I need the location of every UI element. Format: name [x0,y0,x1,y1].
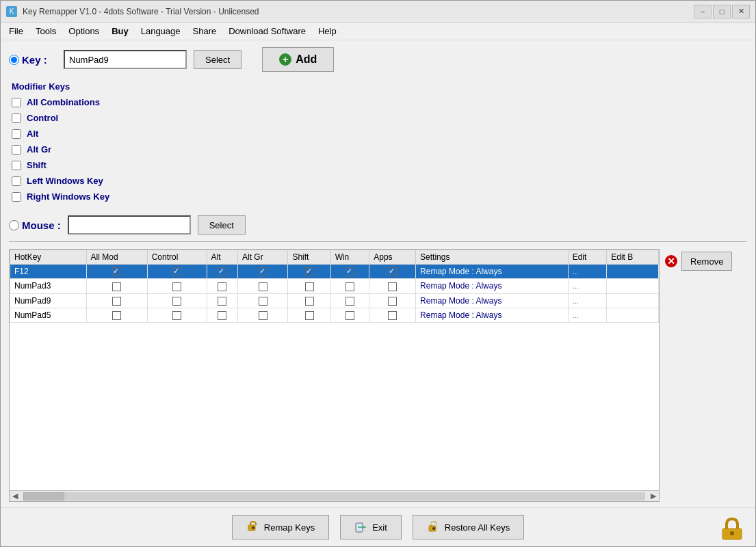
cell-edit[interactable]: ... [568,308,607,322]
minimize-button[interactable]: − [694,5,712,18]
cell-allmod[interactable] [86,293,147,308]
checkbox-cell[interactable] [346,297,354,306]
cell-allmod[interactable] [86,265,147,279]
menu-file[interactable]: File [3,25,29,38]
cell-apps[interactable] [369,279,416,293]
checkbox-cell[interactable] [112,297,121,306]
horizontal-scrollbar[interactable]: ◀ ▶ [10,490,659,501]
checkbox-cell[interactable] [346,311,354,320]
menu-buy[interactable]: Buy [106,25,134,38]
mouse-input[interactable] [68,215,191,235]
exit-button[interactable]: Exit [340,515,402,539]
key-radio-label[interactable]: Key : [9,54,57,66]
cell-win[interactable] [330,308,369,322]
cell-alt[interactable] [207,293,237,308]
cell-control[interactable] [147,293,207,308]
checkbox-cell[interactable] [259,282,268,291]
checkbox-rightwin[interactable] [12,192,21,202]
menu-help[interactable]: Help [313,25,342,38]
checkbox-cell[interactable] [172,311,181,320]
checkbox-cell[interactable] [259,297,268,306]
checkbox-cell[interactable] [305,297,314,306]
checkbox-cell[interactable] [218,311,226,320]
checkbox-cell[interactable] [388,297,397,306]
checkbox-cell[interactable] [218,297,226,306]
cell-altgr[interactable] [238,265,288,279]
checkbox-cell[interactable] [112,311,121,320]
cell-control[interactable] [147,308,207,322]
mouse-select-button[interactable]: Select [198,215,246,235]
checkbox-control[interactable] [12,114,21,123]
cell-edit[interactable]: ... [568,265,607,279]
checkbox-cell[interactable] [388,311,397,320]
table-container[interactable]: HotKey All Mod Control Alt Alt Gr Shift … [10,250,659,490]
menu-share[interactable]: Share [187,25,222,38]
checkbox-cell[interactable] [218,267,226,276]
checkbox-cell[interactable] [112,267,121,276]
checkbox-leftwin[interactable] [12,176,21,186]
checkbox-cell[interactable] [259,267,268,276]
cell-win[interactable] [330,279,369,293]
cell-apps[interactable] [369,308,416,322]
menu-language[interactable]: Language [135,25,186,38]
cell-editb[interactable] [607,265,659,279]
checkbox-cell[interactable] [388,282,397,291]
table-row[interactable]: NumPad3Remap Mode : Always... [10,279,659,293]
maximize-button[interactable]: □ [713,5,731,18]
cell-edit[interactable]: ... [568,293,607,308]
menu-options[interactable]: Options [63,25,105,38]
cell-alt[interactable] [207,308,237,322]
mouse-radio-label[interactable]: Mouse : [9,219,61,231]
cell-editb[interactable] [607,279,659,293]
cell-shift[interactable] [288,265,330,279]
cell-editb[interactable] [607,293,659,308]
checkbox-cell[interactable] [305,311,314,320]
checkbox-cell[interactable] [172,297,181,306]
cell-apps[interactable] [369,265,416,279]
cell-editb[interactable] [607,308,659,322]
scrollbar-track[interactable] [23,492,645,501]
table-row[interactable]: F12Remap Mode : Always... [10,265,659,279]
checkbox-cell[interactable] [305,282,314,291]
checkbox-cell[interactable] [172,267,181,276]
cell-altgr[interactable] [238,308,288,322]
checkbox-cell[interactable] [112,282,121,291]
cell-shift[interactable] [288,279,330,293]
scroll-right-arrow[interactable]: ▶ [648,492,659,501]
checkbox-cell[interactable] [346,282,354,291]
cell-altgr[interactable] [238,279,288,293]
checkbox-shift[interactable] [12,161,21,170]
cell-altgr[interactable] [238,293,288,308]
checkbox-cell[interactable] [259,311,268,320]
cell-edit[interactable]: ... [568,279,607,293]
table-row[interactable]: NumPad5Remap Mode : Always... [10,308,659,322]
mouse-radio[interactable] [9,220,19,230]
scrollbar-thumb[interactable] [23,492,64,501]
cell-allmod[interactable] [86,308,147,322]
cell-alt[interactable] [207,265,237,279]
cell-control[interactable] [147,279,207,293]
key-input[interactable] [64,50,187,69]
checkbox-cell[interactable] [218,282,226,291]
cell-allmod[interactable] [86,279,147,293]
checkbox-cell[interactable] [388,267,397,276]
close-button[interactable]: ✕ [732,5,750,18]
checkbox-cell[interactable] [305,267,314,276]
menu-download[interactable]: Download Software [223,25,311,38]
cell-shift[interactable] [288,308,330,322]
scroll-left-arrow[interactable]: ◀ [10,492,21,501]
remove-button[interactable]: Remove [681,252,732,271]
checkbox-allcombinations[interactable] [12,98,21,107]
cell-apps[interactable] [369,293,416,308]
cell-shift[interactable] [288,293,330,308]
cell-win[interactable] [330,293,369,308]
menu-tools[interactable]: Tools [30,25,62,38]
remap-keys-button[interactable]: Remap Keys [232,515,329,539]
cell-control[interactable] [147,265,207,279]
cell-alt[interactable] [207,279,237,293]
table-row[interactable]: NumPad9Remap Mode : Always... [10,293,659,308]
key-radio[interactable] [9,55,19,65]
checkbox-alt[interactable] [12,129,21,139]
checkbox-cell[interactable] [172,282,181,291]
cell-win[interactable] [330,265,369,279]
